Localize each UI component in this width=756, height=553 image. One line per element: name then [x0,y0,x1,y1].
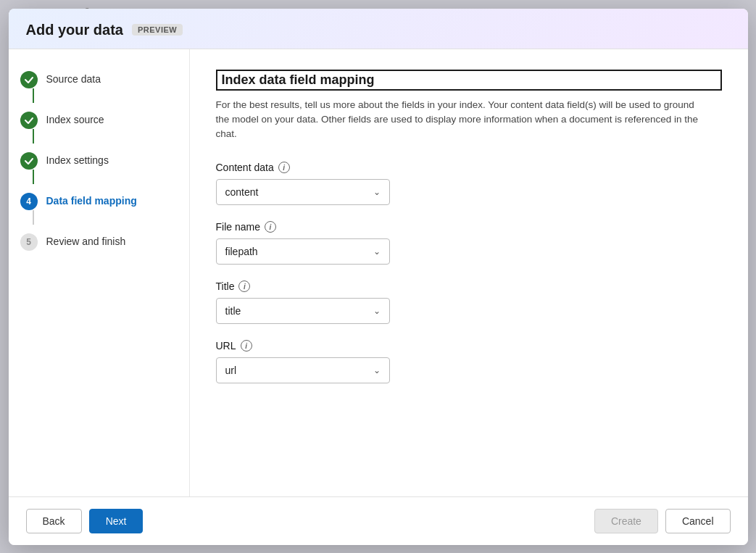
field-label-file-name: File name i [216,221,722,233]
back-button[interactable]: Back [26,509,82,533]
content-data-chevron-icon: ⌄ [373,187,381,197]
footer-left-actions: Back Next [26,509,144,533]
content-data-select[interactable]: content ⌄ [216,179,390,205]
url-info-icon[interactable]: i [241,340,252,352]
field-group-url: URL i url ⌄ [216,340,722,383]
modal-header: Add your data PREVIEW [9,9,748,49]
section-description: For the best results, tell us more about… [216,98,709,142]
step-connector-3 [33,170,34,184]
sidebar-step-label-index-settings: Index settings [46,152,109,166]
next-button[interactable]: Next [89,509,144,533]
step-icon-source-data [20,71,38,88]
sidebar-item-source-data[interactable]: Source data [20,67,178,107]
sidebar-step-label-review-and-finish: Review and finish [46,233,126,247]
field-label-text-url: URL [216,340,236,352]
content-data-value: content [225,186,259,198]
sidebar-step-label-index-source: Index source [46,112,104,125]
step-icon-data-field-mapping: 4 [20,193,38,210]
field-label-text-file-name: File name [216,221,260,233]
title-info-icon[interactable]: i [238,280,250,292]
modal-title: Add your data [26,22,123,38]
step-icon-index-source [20,112,38,129]
url-chevron-icon: ⌄ [373,365,381,375]
field-label-text-title: Title [216,280,235,292]
step-connector-4 [33,210,34,225]
file-name-info-icon[interactable]: i [265,221,276,233]
file-name-chevron-icon: ⌄ [373,246,381,257]
sidebar-step-label-data-field-mapping: Data field mapping [46,193,137,207]
create-button[interactable]: Create [594,509,658,533]
url-value: url [225,365,237,376]
modal-footer: Back Next Create Cancel [9,496,748,545]
file-name-select[interactable]: filepath ⌄ [216,238,390,265]
modal-body: Source data Index source [9,49,748,496]
sidebar-item-index-settings[interactable]: Index settings [20,148,178,188]
title-chevron-icon: ⌄ [373,306,381,316]
cancel-button[interactable]: Cancel [665,509,731,533]
add-your-data-modal: Add your data PREVIEW Source data [9,9,748,545]
field-label-url: URL i [216,340,722,352]
section-title: Index data field mapping [216,70,722,91]
field-label-title: Title i [216,280,722,292]
title-value: title [225,305,241,317]
field-group-content-data: Content data i content ⌄ [216,162,722,205]
url-select[interactable]: url ⌄ [216,357,390,383]
step-connector-2 [33,129,34,144]
content-data-info-icon[interactable]: i [278,162,290,173]
sidebar-item-review-and-finish[interactable]: 5 Review and finish [20,229,178,255]
step-icon-index-settings [20,152,38,170]
step-connector-1 [33,88,34,103]
footer-right-actions: Create Cancel [594,509,731,533]
sidebar-item-data-field-mapping[interactable]: 4 Data field mapping [20,188,178,229]
step-icon-review-and-finish: 5 [20,233,38,251]
field-label-text-content-data: Content data [216,162,274,173]
sidebar: Source data Index source [9,49,190,496]
title-select[interactable]: title ⌄ [216,298,390,324]
sidebar-item-index-source[interactable]: Index source [20,107,178,148]
preview-badge: PREVIEW [132,24,183,36]
main-content-area: Index data field mapping For the best re… [190,49,748,496]
field-group-file-name: File name i filepath ⌄ [216,221,722,265]
field-label-content-data: Content data i [216,162,722,173]
sidebar-step-label-source-data: Source data [46,71,101,85]
file-name-value: filepath [225,246,258,257]
field-group-title: Title i title ⌄ [216,280,722,324]
